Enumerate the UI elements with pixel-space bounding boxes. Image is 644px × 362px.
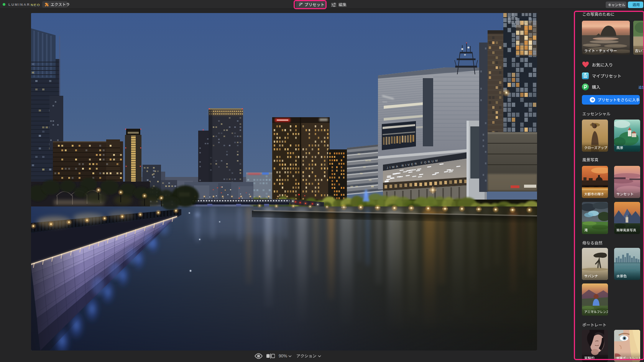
svg-text:NEO: NEO [31, 3, 40, 7]
svg-text:NAC: NAC [383, 101, 388, 103]
